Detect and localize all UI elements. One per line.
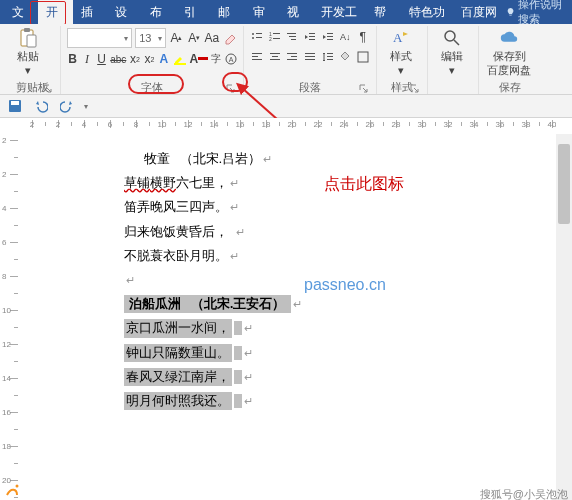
qat-save-button[interactable] — [6, 97, 24, 115]
tab-review[interactable]: 审阅 — [245, 0, 279, 24]
show-marks-button[interactable]: ¶ — [355, 28, 370, 46]
sort-button[interactable]: A↓ — [338, 28, 353, 46]
tab-insert[interactable]: 插入 — [73, 0, 107, 24]
indent-inc-button[interactable] — [320, 28, 335, 46]
font-color-button[interactable]: A — [190, 50, 208, 68]
svg-rect-18 — [309, 36, 315, 37]
svg-rect-14 — [287, 33, 296, 34]
svg-rect-19 — [309, 39, 315, 40]
shrink-font-button[interactable]: A▾ — [187, 29, 202, 47]
svg-rect-23 — [252, 53, 262, 54]
tab-mailings[interactable]: 邮件 — [210, 0, 244, 24]
group-font: ▾ 13▾ A▴ A▾ Aa B I U abc x2 x2 A A — [61, 26, 244, 94]
horizontal-ruler[interactable]: 2246810121416182022242628303234363840 — [24, 118, 556, 135]
poem1-line4[interactable]: 不脱蓑衣卧月明。↵ — [124, 247, 544, 265]
ribbon: 粘贴 ▾ 剪贴板 ▾ 13▾ A▴ A▾ Aa B I — [0, 24, 572, 95]
poem1-title[interactable]: 牧童 （北宋.吕岩）↵ — [144, 150, 544, 168]
line-spacing-button[interactable] — [320, 48, 335, 66]
svg-rect-30 — [291, 56, 297, 57]
document-page[interactable]: 牧童 （北宋.吕岩）↵ 草铺横野六七里，↵ 笛弄晚风三四声。↵ 归来饱饭黄昏后，… — [24, 134, 544, 416]
align-left-button[interactable] — [250, 48, 265, 66]
poem2-line2[interactable]: 钟山只隔数重山。↵ — [124, 344, 544, 362]
svg-point-8 — [252, 37, 254, 39]
svg-rect-28 — [270, 59, 280, 60]
italic-button[interactable]: I — [81, 50, 92, 68]
grow-font-button[interactable]: A▴ — [169, 29, 184, 47]
svg-rect-31 — [287, 59, 297, 60]
lightbulb-icon — [506, 6, 515, 18]
numbering-button[interactable]: 12 — [268, 28, 283, 46]
tab-baidu[interactable]: 百度网盘 — [453, 0, 506, 24]
qat-undo-button[interactable] — [32, 97, 50, 115]
font-size-combo[interactable]: 13▾ — [135, 28, 166, 48]
enclose-button[interactable]: A — [225, 50, 237, 68]
svg-rect-21 — [327, 36, 333, 37]
bullets-button[interactable] — [250, 28, 265, 46]
svg-rect-17 — [309, 33, 315, 34]
svg-rect-35 — [327, 53, 333, 54]
tell-me-search[interactable]: 操作说明搜索 — [506, 0, 568, 27]
superscript-button[interactable]: x2 — [144, 50, 155, 68]
bold-button[interactable]: B — [67, 50, 78, 68]
page-area[interactable]: 牧童 （北宋.吕岩）↵ 草铺横野六七里，↵ 笛弄晚风三四声。↵ 归来饱饭黄昏后，… — [24, 134, 556, 500]
multilevel-button[interactable] — [285, 28, 300, 46]
align-center-button[interactable] — [268, 48, 283, 66]
paste-icon — [18, 28, 38, 48]
scrollbar-thumb[interactable] — [558, 144, 570, 224]
tab-view[interactable]: 视图 — [279, 0, 313, 24]
subscript-button[interactable]: x2 — [129, 50, 140, 68]
group-save: 保存到 百度网盘 保存 — [479, 26, 541, 94]
qat-redo-button[interactable] — [58, 97, 76, 115]
phonetic-button[interactable]: 字 — [211, 50, 222, 68]
group-label-save: 保存 — [499, 81, 521, 93]
justify-button[interactable] — [303, 48, 318, 66]
font-name-combo[interactable]: ▾ — [67, 28, 132, 48]
poem2-title[interactable]: 泊船瓜洲 （北宋.王安石） ↵ — [124, 295, 544, 313]
shading-button[interactable] — [338, 48, 353, 66]
paste-button[interactable]: 粘贴 ▾ — [10, 28, 46, 76]
borders-button[interactable] — [355, 48, 370, 66]
strike-button[interactable]: abc — [110, 50, 126, 68]
poem2-line4[interactable]: 明月何时照我还。↵ — [124, 392, 544, 410]
tab-layout[interactable]: 布局 — [142, 0, 176, 24]
ribbon-tabbar: 文件 开始 插入 设计 布局 引用 邮件 审阅 视图 开发工具 帮助 特色功能 … — [0, 0, 572, 24]
svg-rect-38 — [358, 52, 368, 62]
clipboard-launcher-icon[interactable] — [42, 83, 53, 94]
text-effects-button[interactable]: A — [158, 50, 169, 68]
svg-point-40 — [445, 31, 455, 41]
underline-button[interactable]: U — [96, 50, 107, 68]
poem1-line3[interactable]: 归来饱饭黄昏后， ↵ — [124, 223, 544, 241]
paragraph-launcher-icon[interactable] — [358, 83, 369, 94]
styles-launcher-icon[interactable] — [409, 83, 420, 94]
svg-text:A: A — [229, 56, 234, 63]
indent-dec-button[interactable] — [303, 28, 318, 46]
tab-home[interactable]: 开始 — [38, 0, 72, 24]
tab-help[interactable]: 帮助 — [366, 0, 400, 24]
tab-design[interactable]: 设计 — [107, 0, 141, 24]
tab-references[interactable]: 引用 — [176, 0, 210, 24]
tab-file[interactable]: 文件 — [4, 0, 38, 24]
svg-rect-32 — [305, 53, 315, 54]
find-icon — [442, 28, 462, 48]
svg-rect-16 — [291, 39, 296, 40]
vertical-ruler[interactable]: 22468101214161820 — [0, 134, 25, 500]
save-baidu-button[interactable]: 保存到 百度网盘 — [485, 28, 533, 76]
change-case-button[interactable]: Aa — [205, 29, 220, 47]
clear-format-button[interactable] — [222, 29, 237, 47]
group-styles: A 样式▾ 样式 — [377, 26, 428, 94]
poem2-line3[interactable]: 春风又绿江南岸，↵ — [124, 368, 544, 386]
tab-devtools[interactable]: 开发工具 — [313, 0, 366, 24]
font-launcher-icon[interactable] — [225, 83, 236, 94]
styles-button[interactable]: A 样式▾ — [383, 28, 419, 76]
document-workspace: 2246810121416182022242628303234363840 22… — [0, 118, 572, 500]
styles-icon: A — [391, 28, 411, 48]
poem2-line1[interactable]: 京口瓜洲一水间，↵ — [124, 319, 544, 337]
align-right-button[interactable] — [285, 48, 300, 66]
highlight-button[interactable] — [173, 50, 187, 68]
qat-customize-icon[interactable]: ▾ — [84, 102, 88, 111]
svg-point-6 — [252, 33, 254, 35]
tab-special[interactable]: 特色功能 — [401, 0, 454, 24]
poem1-line2[interactable]: 笛弄晚风三四声。↵ — [124, 198, 544, 216]
vertical-scrollbar[interactable] — [556, 134, 572, 500]
editing-button[interactable]: 编辑▾ — [434, 28, 470, 76]
